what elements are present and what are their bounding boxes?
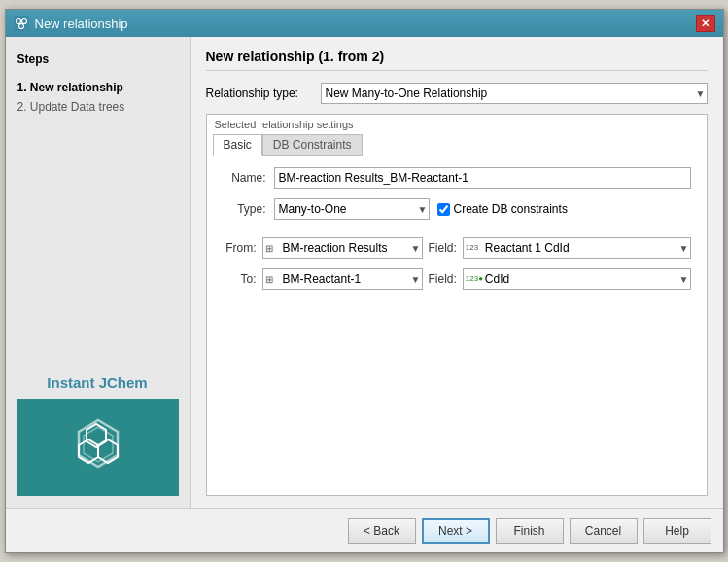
rel-type-select-wrapper: New Many-to-One Relationship New One-to-… — [321, 83, 708, 104]
svg-point-2 — [18, 24, 23, 29]
rel-type-label: Relationship type: — [206, 87, 313, 100]
create-db-checkbox[interactable] — [437, 203, 450, 216]
create-db-text: Create DB constraints — [454, 202, 568, 216]
to-table-select-wrapper: ⊞ BM-Reactant-1 ▼ — [262, 268, 423, 290]
next-button[interactable]: Next > — [422, 518, 490, 544]
svg-point-1 — [21, 19, 26, 24]
dialog-footer: < Back Next > Finish Cancel Help — [6, 508, 723, 552]
step-2: 2. Update Data trees — [17, 97, 178, 117]
to-field-select-wrapper: 123● CdId ▼ — [463, 268, 691, 290]
to-label: To: — [223, 272, 257, 286]
from-label: From: — [223, 241, 257, 255]
sidebar-logo: Instant JChem — [6, 363, 190, 508]
title-bar: New relationship ✕ — [6, 10, 723, 37]
create-db-label[interactable]: Create DB constraints — [437, 202, 568, 216]
step-2-number: 2. — [17, 100, 30, 114]
svg-marker-8 — [98, 439, 118, 463]
finish-button[interactable]: Finish — [496, 518, 564, 544]
dialog: New relationship ✕ Steps 1. New relation… — [5, 9, 724, 553]
step-1-number: 1. — [17, 81, 30, 94]
type-row: Type: Many-to-One One-to-Many One-to-One… — [223, 198, 691, 220]
dialog-title: New relationship — [35, 17, 128, 31]
type-select-wrapper: Many-to-One One-to-Many One-to-One ▼ — [274, 198, 430, 220]
close-button[interactable]: ✕ — [696, 15, 715, 32]
type-label: Type: — [223, 202, 266, 216]
main-content: New relationship (1. from 2) Relationshi… — [191, 37, 723, 508]
step-1: 1. New relationship — [17, 78, 178, 97]
type-select[interactable]: Many-to-One One-to-Many One-to-One — [274, 198, 430, 220]
name-row: Name: — [223, 167, 691, 189]
step-1-label: New relationship — [30, 81, 123, 94]
from-row: From: ⊞ BM-reaction Results ▼ Field: 123 — [223, 237, 691, 259]
tabs-row: Basic DB Constraints — [207, 130, 707, 156]
brand-text: Instant JChem — [17, 374, 178, 391]
title-bar-left: New relationship — [14, 16, 128, 31]
name-label: Name: — [223, 171, 266, 185]
to-row: To: ⊞ BM-Reactant-1 ▼ Field: 123● — [223, 268, 691, 290]
logo-box — [17, 399, 179, 496]
spacer — [223, 229, 691, 237]
relationship-type-row: Relationship type: New Many-to-One Relat… — [206, 83, 708, 104]
dialog-icon — [14, 16, 29, 31]
basic-tab-content: Name: Type: Many-to-One One-to-Many One-… — [207, 156, 707, 311]
svg-point-0 — [16, 19, 20, 24]
from-field-label: Field: — [429, 241, 457, 255]
from-field-select-wrapper: 123 Reactant 1 CdId ▼ — [463, 237, 691, 259]
dialog-body: Steps 1. New relationship 2. Update Data… — [6, 37, 723, 508]
to-field-select[interactable]: CdId — [463, 268, 691, 290]
from-table-select[interactable]: BM-reaction Results — [262, 237, 423, 259]
help-button[interactable]: Help — [643, 518, 711, 544]
from-table-select-wrapper: ⊞ BM-reaction Results ▼ — [262, 237, 423, 259]
tab-db-constraints[interactable]: DB Constraints — [262, 134, 363, 156]
from-field-select[interactable]: Reactant 1 CdId — [463, 237, 691, 259]
hex-icon — [64, 412, 132, 483]
steps-panel: Steps 1. New relationship 2. Update Data… — [6, 37, 190, 363]
cancel-button[interactable]: Cancel — [570, 518, 638, 544]
tab-basic[interactable]: Basic — [213, 134, 262, 156]
steps-heading: Steps — [17, 53, 178, 66]
sidebar: Steps 1. New relationship 2. Update Data… — [6, 37, 191, 508]
main-heading: New relationship (1. from 2) — [206, 49, 708, 71]
relationship-type-select[interactable]: New Many-to-One Relationship New One-to-… — [321, 83, 708, 104]
step-2-label: Update Data trees — [30, 100, 124, 114]
settings-group: Selected relationship settings Basic DB … — [206, 114, 708, 496]
to-field-label: Field: — [429, 272, 457, 286]
to-table-select[interactable]: BM-Reactant-1 — [262, 268, 423, 290]
name-input[interactable] — [274, 167, 691, 189]
back-button[interactable]: < Back — [348, 518, 416, 544]
settings-group-label: Selected relationship settings — [207, 115, 707, 130]
